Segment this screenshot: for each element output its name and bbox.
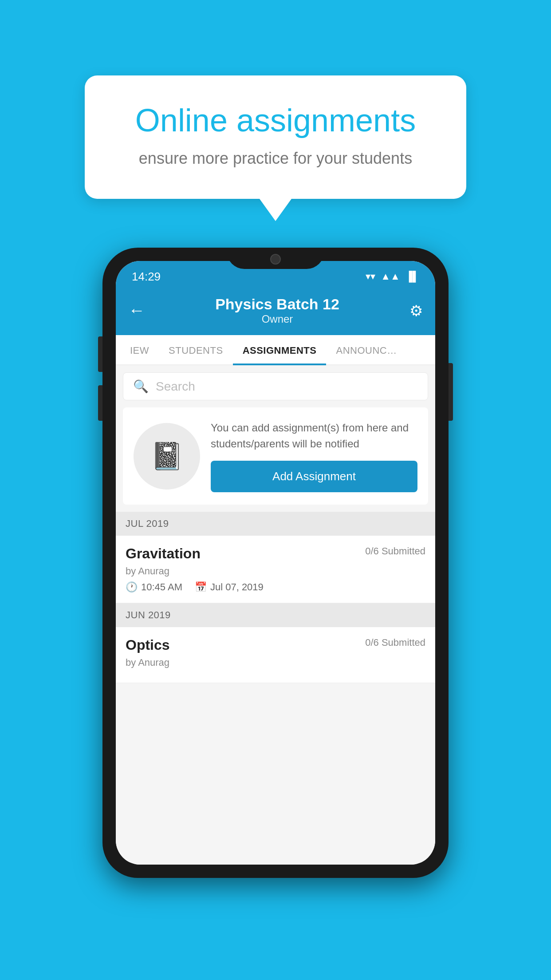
assignment-submitted-optics: 0/6 Submitted <box>365 637 425 648</box>
speech-bubble-wrapper: Online assignments ensure more practice … <box>85 75 466 221</box>
search-placeholder: Search <box>156 379 195 394</box>
header-subtitle: Owner <box>145 313 409 325</box>
clock-icon: 🕐 <box>126 581 138 593</box>
assignment-item-gravitation[interactable]: Gravitation 0/6 Submitted by Anurag 🕐 10… <box>116 536 435 603</box>
assignment-author-optics: by Anurag <box>126 657 425 668</box>
assignment-date: 📅 Jul 07, 2019 <box>195 581 264 593</box>
section-header-jul: JUL 2019 <box>116 512 435 536</box>
search-icon: 🔍 <box>133 379 149 394</box>
app-header: ← Physics Batch 12 Owner ⚙ <box>116 288 435 335</box>
assignment-name: Gravitation <box>126 545 201 562</box>
promo-section: 📓 You can add assignment(s) from here an… <box>123 407 428 505</box>
wifi-icon: ▾▾ <box>366 271 375 282</box>
assignment-name-optics: Optics <box>126 637 170 653</box>
assignment-submitted: 0/6 Submitted <box>365 545 425 557</box>
phone-screen: 14:29 ▾▾ ▲▲ ▐▌ ← Physics Batch 12 Owner … <box>116 261 435 865</box>
speech-bubble-subtitle: ensure more practice for your students <box>116 149 435 168</box>
promo-content: You can add assignment(s) from here and … <box>211 420 417 492</box>
notebook-icon: 📓 <box>150 440 184 472</box>
promo-icon-circle: 📓 <box>134 423 200 490</box>
calendar-icon: 📅 <box>195 581 207 593</box>
search-bar[interactable]: 🔍 Search <box>123 372 428 400</box>
assignment-time-value: 10:45 AM <box>141 581 182 593</box>
status-icons: ▾▾ ▲▲ ▐▌ <box>366 271 419 282</box>
signal-icon: ▲▲ <box>381 271 400 282</box>
phone-device: 14:29 ▾▾ ▲▲ ▐▌ ← Physics Batch 12 Owner … <box>102 248 449 878</box>
speech-bubble-tail <box>260 199 291 221</box>
tab-bar: IEW STUDENTS ASSIGNMENTS ANNOUNC… <box>116 335 435 365</box>
tab-iew[interactable]: IEW <box>120 335 159 364</box>
assignment-author: by Anurag <box>126 565 425 577</box>
header-title: Physics Batch 12 <box>145 296 409 313</box>
assignment-date-value: Jul 07, 2019 <box>210 581 264 593</box>
header-title-block: Physics Batch 12 Owner <box>145 296 409 325</box>
assignment-time: 🕐 10:45 AM <box>126 581 182 593</box>
add-assignment-button[interactable]: Add Assignment <box>211 461 417 492</box>
back-button[interactable]: ← <box>128 301 145 320</box>
tab-assignments[interactable]: ASSIGNMENTS <box>233 335 327 364</box>
speech-bubble: Online assignments ensure more practice … <box>85 75 466 199</box>
tab-announcements[interactable]: ANNOUNC… <box>326 335 406 364</box>
side-button-power <box>449 363 453 421</box>
assignment-row-header-optics: Optics 0/6 Submitted <box>126 637 425 653</box>
assignment-meta: 🕐 10:45 AM 📅 Jul 07, 2019 <box>126 581 425 593</box>
phone-notch <box>227 248 324 269</box>
battery-icon: ▐▌ <box>405 271 419 282</box>
front-camera <box>270 254 281 265</box>
screen-content: 🔍 Search 📓 You can add assignment(s) fro… <box>116 365 435 865</box>
assignment-row-header: Gravitation 0/6 Submitted <box>126 545 425 562</box>
side-button-vol-up <box>98 336 102 372</box>
settings-icon[interactable]: ⚙ <box>409 302 423 320</box>
promo-text: You can add assignment(s) from here and … <box>211 420 417 452</box>
status-time: 14:29 <box>132 270 161 284</box>
section-header-jun: JUN 2019 <box>116 603 435 627</box>
side-button-vol-down <box>98 385 102 421</box>
speech-bubble-title: Online assignments <box>116 102 435 138</box>
assignment-item-optics[interactable]: Optics 0/6 Submitted by Anurag <box>116 627 435 683</box>
tab-students[interactable]: STUDENTS <box>159 335 233 364</box>
